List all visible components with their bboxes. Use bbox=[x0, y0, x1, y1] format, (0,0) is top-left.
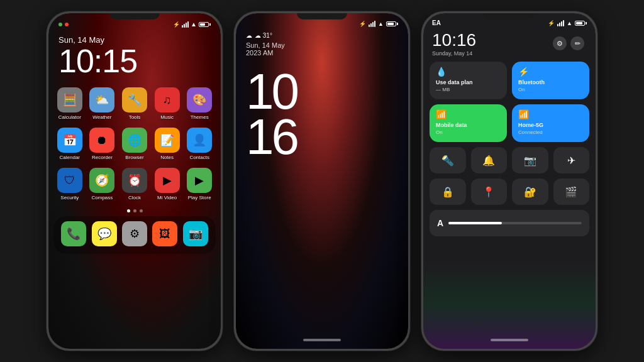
dock-settings[interactable]: ⚙ bbox=[122, 221, 147, 246]
camera-cc-button[interactable]: 📷 bbox=[512, 147, 548, 173]
airplane-button[interactable]: ✈ bbox=[553, 147, 590, 173]
signal-bar-2 bbox=[559, 23, 560, 26]
cc-small-row1: 🔦 🔔 📷 ✈ bbox=[423, 147, 596, 178]
music-label: Music bbox=[160, 114, 174, 120]
app-themes[interactable]: 🎨 Themes bbox=[186, 87, 213, 120]
phone3-statusbar: EA ⚡ ▲ bbox=[423, 13, 596, 29]
app-compass[interactable]: 🧭 Compass bbox=[89, 168, 116, 200]
phone1-statusbar: ⚡ ▲ bbox=[48, 13, 221, 30]
apps-grid-row3: 🛡 Security 🧭 Compass ⏰ Clock ▶ Mi Video … bbox=[48, 165, 221, 206]
weather-icon: ⛅ bbox=[89, 87, 114, 112]
app-browser[interactable]: 🌐 Browser bbox=[121, 128, 148, 160]
bluetooth-tile[interactable]: ⚡ Bluetooth On bbox=[512, 62, 589, 99]
signal-bar-2 bbox=[184, 24, 185, 28]
signal-bar-4 bbox=[563, 20, 564, 26]
brightness-fill bbox=[448, 222, 502, 224]
dot-1 bbox=[127, 209, 130, 212]
status-left bbox=[58, 23, 69, 26]
temperature: ☁ 31° bbox=[255, 32, 272, 39]
calendar-icon: 📅 bbox=[57, 128, 82, 153]
app-contacts[interactable]: 👤 Contacts bbox=[186, 128, 213, 160]
signal-bar-4 bbox=[187, 21, 189, 28]
dock-messages[interactable]: 💬 bbox=[91, 221, 116, 246]
calculator-label: Calculator bbox=[58, 114, 81, 120]
data-plan-label: Use data plan bbox=[436, 79, 501, 85]
control-center-grid: 💧 Use data plan — MB ⚡ Bluetooth On 📶 Mo… bbox=[423, 62, 596, 147]
phone2-battery-body bbox=[386, 21, 396, 26]
mute-button-2 bbox=[234, 76, 235, 95]
time-bottom-digits: 16 bbox=[246, 114, 297, 160]
wifi-tile-icon: 📶 bbox=[518, 109, 583, 119]
browser-icon: 🌐 bbox=[122, 128, 147, 153]
app-calculator[interactable]: 🧮 Calculator bbox=[56, 87, 84, 120]
settings-cc-button[interactable]: ⚙ bbox=[553, 36, 567, 50]
volume-down-button-2 bbox=[234, 139, 235, 167]
battery-fill bbox=[200, 23, 205, 26]
signal-bars bbox=[182, 21, 189, 28]
mobile-data-tile[interactable]: 📶 Mobile data On bbox=[430, 104, 507, 142]
dock-camera-icon: 📷 bbox=[183, 221, 208, 246]
app-weather[interactable]: ⛅ Weather bbox=[89, 87, 116, 120]
app-recorder[interactable]: ⏺ Recorder bbox=[89, 128, 116, 160]
signal-bar-4 bbox=[374, 21, 375, 27]
app-calendar[interactable]: 📅 Calendar bbox=[56, 128, 84, 160]
signal-bar-3 bbox=[186, 23, 187, 28]
calendar-label: Calendar bbox=[60, 155, 80, 160]
dock-messages-icon: 💬 bbox=[92, 221, 117, 246]
dock-phone[interactable]: 📞 bbox=[61, 221, 86, 246]
app-notes[interactable]: 📝 Notes bbox=[153, 128, 181, 160]
status-right: ⚡ ▲ bbox=[173, 21, 211, 28]
dock-settings-icon: ⚙ bbox=[122, 221, 147, 246]
dock-phone-icon: 📞 bbox=[61, 221, 86, 246]
brightness-bar[interactable]: A bbox=[430, 210, 589, 236]
signal-bar-1 bbox=[182, 25, 183, 28]
app-clock[interactable]: ⏰ Clock bbox=[121, 168, 148, 200]
app-mi-video[interactable]: ▶ Mi Video bbox=[153, 168, 181, 200]
location-button[interactable]: 📍 bbox=[471, 178, 508, 205]
edit-cc-button[interactable]: ✏ bbox=[570, 36, 584, 50]
phone2-home-indicator[interactable] bbox=[303, 339, 341, 341]
dot-3 bbox=[140, 209, 143, 212]
bluetooth-status-icon: ⚡ bbox=[173, 21, 180, 28]
app-play-store[interactable]: ▶ Play Store bbox=[186, 168, 213, 200]
volume-down-button bbox=[47, 139, 48, 167]
phone3-time-row: 10:16 Sunday, May 14 ⚙ ✏ bbox=[423, 29, 596, 62]
mi-video-icon: ▶ bbox=[155, 168, 180, 193]
signal-bar-3 bbox=[372, 22, 374, 27]
mobile-data-sublabel: On bbox=[436, 129, 501, 135]
phone2-weather: ☁ ☁ 31° bbox=[236, 30, 282, 41]
phone3-time-block: 10:16 Sunday, May 14 bbox=[432, 30, 476, 57]
video-button[interactable]: 🎬 bbox=[553, 178, 590, 205]
app-music[interactable]: ♫ Music bbox=[153, 87, 181, 120]
recorder-icon: ⏺ bbox=[89, 128, 114, 153]
app-security[interactable]: 🛡 Security bbox=[56, 168, 84, 200]
wifi-tile[interactable]: 📶 Home-5G Connected bbox=[512, 104, 589, 142]
phone1-screen: ⚡ ▲ Sun, 14 May bbox=[48, 13, 221, 349]
mi-video-label: Mi Video bbox=[157, 195, 177, 200]
phone3-wifi-icon: ▲ bbox=[567, 20, 572, 26]
contacts-icon: 👤 bbox=[187, 128, 212, 153]
lock-button[interactable]: 🔐 bbox=[512, 178, 548, 205]
alarm-button[interactable]: 🔔 bbox=[471, 147, 508, 173]
flashlight-button[interactable]: 🔦 bbox=[430, 147, 466, 173]
signal-bar-2 bbox=[370, 23, 372, 27]
phone3-battery-body bbox=[575, 21, 585, 26]
play-store-icon: ▶ bbox=[187, 168, 212, 193]
brightness-track bbox=[448, 222, 582, 224]
mute-button bbox=[47, 76, 48, 95]
dock-camera[interactable]: 📷 bbox=[183, 221, 208, 246]
volume-up-button-3 bbox=[421, 104, 423, 133]
data-plan-tile[interactable]: 💧 Use data plan — MB bbox=[430, 62, 507, 99]
privacy-button[interactable]: 🔒 bbox=[430, 178, 466, 205]
phone3-bg-blur bbox=[423, 261, 596, 349]
clock-icon: ⏰ bbox=[122, 168, 147, 193]
security-icon: 🛡 bbox=[57, 168, 82, 193]
brightness-control: A bbox=[423, 210, 596, 240]
dock-gallery[interactable]: 🖼 bbox=[152, 221, 177, 246]
phone3-background: EA ⚡ ▲ bbox=[423, 13, 596, 349]
music-icon: ♫ bbox=[155, 87, 180, 112]
phone2-date: Sun, 14 May 2023 AM bbox=[236, 41, 295, 57]
notes-icon: 📝 bbox=[155, 128, 180, 153]
app-tools[interactable]: 🔧 Tools bbox=[121, 87, 148, 120]
phone3-home-indicator[interactable] bbox=[491, 339, 528, 341]
